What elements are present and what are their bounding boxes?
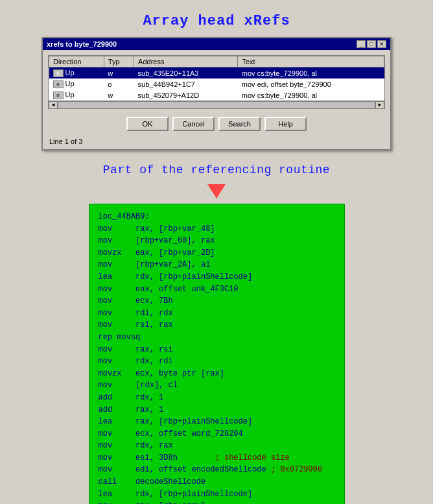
row-address: sub_44B942+1C7 bbox=[134, 78, 238, 90]
dialog-window: xrefs to byte_729900 _ □ ✕ Direction Typ… bbox=[41, 37, 392, 150]
subtitle: Part of the referencing routine bbox=[103, 163, 330, 176]
code-line: mov rdx, rdi bbox=[99, 355, 335, 368]
code-line: movzx eax, [rbp+var_2D] bbox=[99, 247, 335, 259]
col-text: Text bbox=[238, 56, 384, 67]
code-line: mov [rdx], cl bbox=[99, 379, 335, 392]
code-line: mov rax, [rbp+var_48] bbox=[99, 223, 335, 235]
code-line: mov [rbp+var_60], rax bbox=[99, 235, 335, 247]
row-icon-cell: ≡ Up bbox=[49, 67, 104, 79]
row-type: w bbox=[104, 90, 134, 101]
row-icon-cell: ≡ Up bbox=[49, 90, 104, 101]
code-line: add rdx, 1 bbox=[99, 392, 335, 404]
row-type: o bbox=[104, 78, 134, 90]
row-text: mov cs:byte_729900, al bbox=[238, 67, 384, 79]
code-line: mov rsi, rax bbox=[99, 319, 335, 331]
minimize-button[interactable]: _ bbox=[357, 40, 366, 48]
code-line: mov rdi, rdx bbox=[99, 307, 335, 320]
row-icon: ≡ bbox=[53, 80, 64, 88]
page-title: Array head xRefs bbox=[143, 13, 290, 29]
row-icon-cell: ≡ Up bbox=[49, 78, 104, 90]
xrefs-table: Direction Typ Address Text ≡ Upwsub_435E… bbox=[49, 56, 384, 101]
code-line: mov esi, 3D8h ; shellcode size bbox=[99, 452, 335, 464]
row-icon: ≡ bbox=[53, 69, 64, 77]
horizontal-scrollbar[interactable]: ◄ ► bbox=[49, 101, 384, 108]
scroll-right[interactable]: ► bbox=[375, 101, 384, 109]
row-address: sub_452079+A12D bbox=[134, 90, 238, 101]
search-button[interactable]: Search bbox=[218, 117, 261, 131]
col-direction: Direction bbox=[49, 56, 104, 67]
code-line: mov edi, offset encodedShellcode ; 0x072… bbox=[99, 464, 335, 476]
dialog-status: Line 1 of 3 bbox=[45, 136, 388, 147]
code-line: add rax, 1 bbox=[99, 404, 335, 416]
code-line: mov [rbp+var_2A], al bbox=[99, 259, 335, 271]
code-line: mov eax, offset unk_4F3C10 bbox=[99, 283, 335, 296]
arrow-container bbox=[207, 184, 226, 198]
dialog-buttons: OK Cancel Search Help bbox=[45, 112, 388, 136]
code-line: rep movsq bbox=[99, 331, 335, 344]
code-block: loc_44BAB9:mov rax, [rbp+var_48]mov [rbp… bbox=[89, 204, 345, 504]
down-arrow-icon bbox=[207, 184, 226, 198]
close-button[interactable]: ✕ bbox=[377, 40, 386, 48]
code-line: mov rax, [rbp+argv] bbox=[99, 500, 335, 504]
row-text: mov edi, offset byte_729900 bbox=[238, 78, 384, 90]
scroll-left[interactable]: ◄ bbox=[49, 101, 58, 109]
dialog-content: Direction Typ Address Text ≡ Upwsub_435E… bbox=[43, 50, 390, 149]
cancel-button[interactable]: Cancel bbox=[172, 117, 215, 131]
code-line: movzx ecx, byte ptr [rax] bbox=[99, 368, 335, 380]
code-line: mov ecx, offset word_728204 bbox=[99, 428, 335, 440]
code-line: lea rdx, [rbp+plainShellcode] bbox=[99, 488, 335, 501]
titlebar-controls: _ □ ✕ bbox=[357, 40, 386, 48]
row-address: sub_435E20+11A3 bbox=[134, 67, 238, 79]
xrefs-table-container: Direction Typ Address Text ≡ Upwsub_435E… bbox=[48, 55, 385, 109]
col-type: Typ bbox=[104, 56, 134, 67]
help-button[interactable]: Help bbox=[264, 117, 307, 131]
row-text: mov cs:byte_729900, al bbox=[238, 90, 384, 101]
ok-button[interactable]: OK bbox=[126, 117, 169, 131]
dialog-titlebar: xrefs to byte_729900 _ □ ✕ bbox=[43, 38, 390, 50]
maximize-button[interactable]: □ bbox=[367, 40, 376, 48]
code-line: lea rax, [rbp+plainShellcode] bbox=[99, 416, 335, 428]
code-comment: ; 0x0729900 bbox=[271, 465, 322, 474]
col-address: Address bbox=[134, 56, 238, 67]
row-icon: ≡ bbox=[53, 91, 64, 99]
table-row[interactable]: ≡ Upwsub_435E20+11A3mov cs:byte_729900, … bbox=[49, 67, 384, 79]
scroll-track[interactable] bbox=[58, 101, 375, 109]
dialog-title-text: xrefs to byte_729900 bbox=[47, 40, 117, 48]
code-comment: ; shellcode size bbox=[215, 453, 290, 462]
code-line: lea rdx, [rbp+plainShellcode] bbox=[99, 271, 335, 283]
table-row[interactable]: ≡ Uposub_44B942+1C7mov edi, offset byte_… bbox=[49, 78, 384, 90]
row-type: w bbox=[104, 67, 134, 79]
code-line: mov rdx, rax bbox=[99, 440, 335, 452]
code-line: loc_44BAB9: bbox=[99, 211, 335, 223]
code-line: call decodeShellcode bbox=[99, 476, 335, 488]
code-line: mov ecx, 7Bh bbox=[99, 295, 335, 307]
code-line: mov rax, rsi bbox=[99, 344, 335, 356]
table-row[interactable]: ≡ Upwsub_452079+A12Dmov cs:byte_729900, … bbox=[49, 90, 384, 101]
